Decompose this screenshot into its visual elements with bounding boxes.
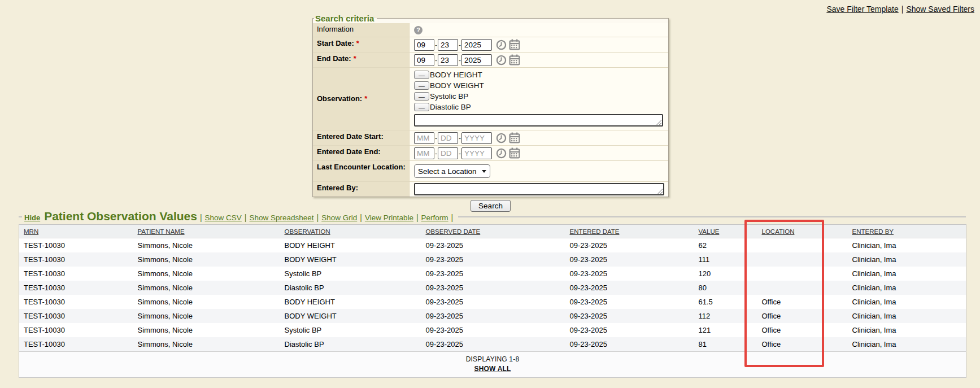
start-date-year-input[interactable] <box>461 39 492 51</box>
separator: | <box>245 213 247 222</box>
show-all-link[interactable]: SHOW ALL <box>474 365 511 373</box>
table-cell: Simmons, Nicole <box>133 323 280 337</box>
table-header-row: MRNPATIENT NAMEOBSERVATIONOBSERVED DATEE… <box>19 225 966 238</box>
table-cell: Clinician, Ima <box>848 281 966 295</box>
table-row: TEST-10030Simmons, NicoleDiastolic BP09-… <box>19 337 966 352</box>
table-cell: BODY WEIGHT <box>280 252 421 267</box>
observation-filter-input[interactable] <box>414 114 663 127</box>
entered-date-start-row: Entered Date Start: - - <box>313 130 668 146</box>
observation-item: —BODY HEIGHT <box>414 69 664 80</box>
start-date-row: Start Date:* - - <box>313 37 668 53</box>
table-cell: 09-23-2025 <box>565 295 694 309</box>
table-cell: TEST-10030 <box>19 309 133 323</box>
table-cell <box>757 238 848 253</box>
table-cell: 112 <box>694 309 757 323</box>
search-criteria-fieldset: Search criteria Information ? Start Date… <box>312 14 669 197</box>
table-cell: BODY WEIGHT <box>280 309 421 323</box>
clock-icon[interactable] <box>496 133 507 143</box>
start-date-month-input[interactable] <box>414 39 434 51</box>
table-cell: Office <box>757 337 848 352</box>
calendar-icon[interactable] <box>509 39 520 50</box>
observation-item-label: Diastolic BP <box>430 103 471 111</box>
entered-date-start-year-input[interactable] <box>461 132 492 144</box>
calendar-icon[interactable] <box>509 147 520 159</box>
table-cell: Simmons, Nicole <box>133 267 280 281</box>
entered-date-start-day-input[interactable] <box>438 132 458 144</box>
column-header-value[interactable]: VALUE <box>694 225 757 238</box>
observation-values-table: MRNPATIENT NAMEOBSERVATIONOBSERVED DATEE… <box>19 224 966 378</box>
table-cell: 09-23-2025 <box>565 337 694 352</box>
table-cell: Diastolic BP <box>280 281 421 295</box>
date-dash: - <box>459 150 461 158</box>
toolbar-link-view-printable[interactable]: View Printable <box>365 213 413 222</box>
end-date-row: End Date:* - - <box>313 53 668 68</box>
table-cell: Clinician, Ima <box>848 295 966 309</box>
table-cell: 09-23-2025 <box>565 267 694 281</box>
table-row: TEST-10030Simmons, NicoleBODY HEIGHT09-2… <box>19 295 966 309</box>
table-body: TEST-10030Simmons, NicoleBODY HEIGHT09-2… <box>19 238 966 352</box>
entered-by-input[interactable] <box>414 183 664 195</box>
location-select[interactable]: Select a Location <box>414 164 490 178</box>
remove-observation-button[interactable]: — <box>414 92 429 101</box>
entered-date-end-year-input[interactable] <box>461 147 492 159</box>
calendar-icon[interactable] <box>509 54 520 66</box>
toolbar-link-show-grid[interactable]: Show Grid <box>321 213 357 222</box>
end-date-month-input[interactable] <box>414 54 434 66</box>
table-cell: TEST-10030 <box>19 238 133 253</box>
table-row: TEST-10030Simmons, NicoleBODY WEIGHT09-2… <box>19 309 966 323</box>
table-cell: Clinician, Ima <box>848 309 966 323</box>
column-header-mrn[interactable]: MRN <box>19 225 133 238</box>
column-header-entered-by[interactable]: ENTERED BY <box>848 225 966 238</box>
table-cell: 09-23-2025 <box>565 309 694 323</box>
observation-label: Observation: <box>317 94 362 103</box>
remove-observation-button[interactable]: — <box>414 81 429 90</box>
table-cell: Simmons, Nicole <box>133 337 280 352</box>
remove-observation-button[interactable]: — <box>414 103 429 111</box>
table-cell: Simmons, Nicole <box>133 238 280 253</box>
toolbar-link-show-spreadsheet[interactable]: Show Spreadsheet <box>250 213 314 222</box>
entered-date-start-month-input[interactable] <box>414 132 434 144</box>
required-marker: * <box>354 54 356 63</box>
show-saved-filters-link[interactable]: Show Saved Filters <box>906 5 974 14</box>
table-cell: Clinician, Ima <box>848 337 966 352</box>
date-dash: - <box>435 134 437 142</box>
column-header-entered-date[interactable]: ENTERED DATE <box>565 225 694 238</box>
table-cell: Clinician, Ima <box>848 267 966 281</box>
table-cell: Clinician, Ima <box>848 252 966 267</box>
entered-date-end-month-input[interactable] <box>414 147 434 159</box>
table-row: TEST-10030Simmons, NicoleSystolic BP09-2… <box>19 323 966 337</box>
table-cell: Systolic BP <box>280 267 421 281</box>
observation-item: —BODY WEIGHT <box>414 80 664 91</box>
table-cell <box>757 281 848 295</box>
date-dash: - <box>435 56 437 64</box>
hide-link[interactable]: Hide <box>24 213 40 222</box>
column-header-observed-date[interactable]: OBSERVED DATE <box>421 225 565 238</box>
entered-date-end-day-input[interactable] <box>438 147 458 159</box>
toolbar-link-show-csv[interactable]: Show CSV <box>205 213 242 222</box>
help-icon[interactable]: ? <box>414 26 423 34</box>
calendar-icon[interactable] <box>509 132 520 143</box>
clock-icon[interactable] <box>496 55 507 66</box>
column-header-patient-name[interactable]: PATIENT NAME <box>133 225 280 238</box>
save-filter-template-link[interactable]: Save Filter Template <box>826 5 898 14</box>
chevron-down-icon <box>482 170 486 173</box>
remove-observation-button[interactable]: — <box>414 71 429 79</box>
clock-icon[interactable] <box>496 40 507 50</box>
table-cell: 09-23-2025 <box>421 309 565 323</box>
start-date-day-input[interactable] <box>438 39 458 51</box>
table-cell: Simmons, Nicole <box>133 309 280 323</box>
end-date-year-input[interactable] <box>461 54 492 66</box>
separator: | <box>901 5 904 14</box>
toolbar-link-perform[interactable]: Perform <box>421 213 448 222</box>
clock-icon[interactable] <box>496 148 507 159</box>
required-marker: * <box>364 94 367 103</box>
column-header-observation[interactable]: OBSERVATION <box>280 225 421 238</box>
filter-links-bar: Save Filter Template|Show Saved Filters <box>826 5 974 14</box>
observation-list: —BODY HEIGHT—BODY WEIGHT—Systolic BP—Dia… <box>414 69 664 112</box>
report-section: Hide Patient Observation Values |Show CS… <box>19 210 966 378</box>
end-date-day-input[interactable] <box>438 54 458 66</box>
table-cell: TEST-10030 <box>19 295 133 309</box>
search-criteria-panel: Search criteria Information ? Start Date… <box>312 14 669 212</box>
column-header-location[interactable]: LOCATION <box>757 225 848 238</box>
entered-by-label: Entered By: <box>317 184 358 192</box>
